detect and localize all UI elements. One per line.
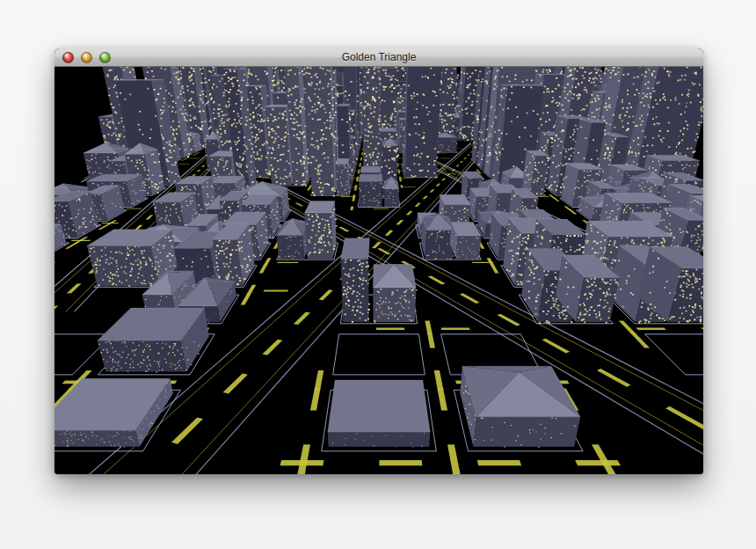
desktop-background: { "window": { "title": "Golden Triangle"… [0,0,756,549]
zoom-button[interactable] [99,52,111,63]
window-controls [62,48,111,66]
city-viewport[interactable] [55,67,703,474]
minimize-button[interactable] [81,52,92,63]
title-bar[interactable]: Golden Triangle [55,48,703,67]
window-content [55,67,703,474]
close-button[interactable] [62,52,74,63]
window-title: Golden Triangle [55,48,703,66]
app-window: Golden Triangle [55,48,703,473]
